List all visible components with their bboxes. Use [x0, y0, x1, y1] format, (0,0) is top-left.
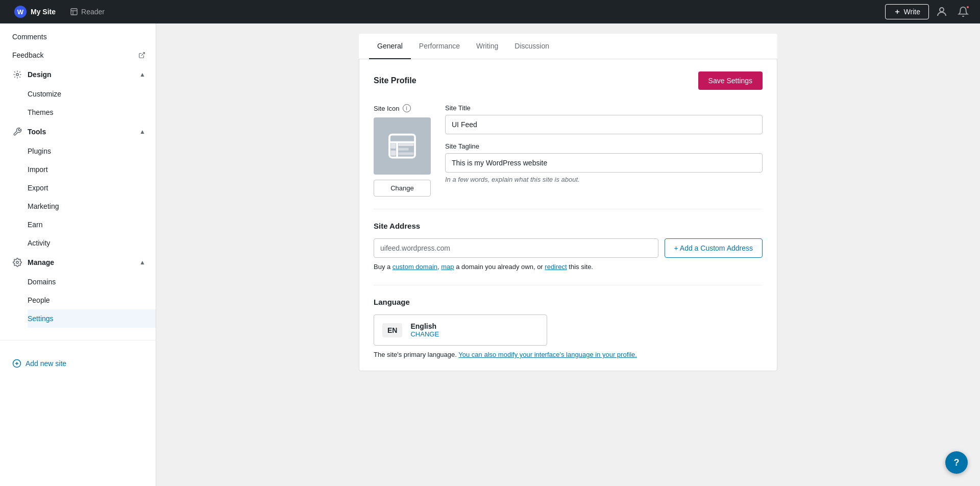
help-button[interactable]: ?: [945, 451, 968, 474]
section-divider-1: [374, 209, 763, 209]
site-address-input[interactable]: [374, 238, 658, 258]
tab-general[interactable]: General: [369, 34, 411, 59]
top-nav: W My Site Reader Write: [0, 0, 980, 23]
card-title: Site Profile: [374, 76, 416, 85]
site-address-section: Site Address + Add a Custom Address Buy …: [374, 222, 763, 271]
site-icon-placeholder: [387, 131, 418, 161]
plus-circle-icon: [12, 359, 21, 368]
site-address-title: Site Address: [374, 222, 763, 230]
wp-logo-icon: W: [14, 6, 27, 18]
sidebar-item-import[interactable]: Import: [28, 160, 156, 179]
language-hint: The site's primary language. You can als…: [374, 351, 763, 358]
people-label: People: [28, 296, 50, 304]
settings-label: Settings: [28, 314, 54, 323]
change-icon-button[interactable]: Change: [374, 180, 431, 197]
redirect-link[interactable]: redirect: [545, 263, 567, 271]
notification-badge: [966, 5, 970, 9]
sidebar-item-activity[interactable]: Activity: [28, 234, 156, 252]
language-change-btn[interactable]: CHANGE: [410, 330, 439, 338]
main-content: General Performance Writing Discussion S…: [156, 23, 980, 486]
sidebar-item-settings[interactable]: Settings: [28, 309, 156, 328]
earn-label: Earn: [28, 221, 43, 229]
reader-icon: [70, 8, 78, 16]
tab-performance[interactable]: Performance: [411, 34, 468, 59]
svg-rect-16: [399, 143, 414, 146]
sidebar-item-comments[interactable]: Comments: [0, 28, 156, 46]
sidebar: Comments Feedback Design ▲ Customize The…: [0, 23, 156, 486]
sidebar-item-plugins[interactable]: Plugins: [28, 142, 156, 160]
sidebar-section-manage[interactable]: Manage ▲: [0, 252, 156, 273]
user-icon: [936, 6, 948, 18]
add-new-site-btn[interactable]: Add new site: [0, 353, 156, 374]
user-avatar-btn[interactable]: [933, 3, 950, 20]
sidebar-item-domains[interactable]: Domains: [28, 273, 156, 291]
site-title-field-group: Site Title: [445, 104, 763, 134]
tab-performance-label: Performance: [419, 42, 460, 50]
language-section: Language EN English CHANGE The site's pr…: [374, 298, 763, 358]
help-icon: ?: [954, 457, 960, 468]
svg-rect-19: [399, 153, 414, 155]
svg-point-7: [16, 74, 19, 76]
tab-general-label: General: [377, 42, 403, 50]
address-row: + Add a Custom Address: [374, 238, 763, 258]
svg-line-6: [141, 53, 144, 56]
notifications-btn[interactable]: [954, 3, 972, 20]
tab-writing[interactable]: Writing: [468, 34, 506, 59]
svg-rect-15: [391, 143, 396, 149]
address-hint: Buy a custom domain, map a domain you al…: [374, 263, 763, 271]
svg-point-5: [940, 8, 944, 12]
sidebar-item-themes[interactable]: Themes: [28, 103, 156, 121]
reader-label: Reader: [81, 8, 105, 16]
site-tagline-field-group: Site Tagline In a few words, explain wha…: [445, 142, 763, 183]
svg-point-8: [16, 261, 19, 264]
tools-sub-menu: Plugins Import Export Marketing Earn Act…: [0, 142, 156, 252]
site-icon-info-btn[interactable]: i: [403, 104, 411, 112]
sidebar-item-marketing[interactable]: Marketing: [28, 197, 156, 215]
tab-discussion[interactable]: Discussion: [506, 34, 557, 59]
tab-writing-label: Writing: [476, 42, 498, 50]
sidebar-divider: [0, 340, 156, 341]
feedback-label: Feedback: [12, 51, 43, 59]
tools-chevron-icon: ▲: [139, 128, 145, 135]
domains-label: Domains: [28, 278, 56, 286]
save-settings-button[interactable]: Save Settings: [698, 71, 763, 90]
add-custom-address-button[interactable]: + Add a Custom Address: [665, 238, 763, 258]
sidebar-section-design[interactable]: Design ▲: [0, 64, 156, 85]
sidebar-item-earn[interactable]: Earn: [28, 215, 156, 234]
card-header: Site Profile Save Settings: [374, 71, 763, 90]
tab-discussion-label: Discussion: [514, 42, 549, 50]
design-icon: [12, 69, 22, 80]
profile-language-link[interactable]: You can also modify your interface's lan…: [458, 351, 637, 358]
brand-label: My Site: [31, 8, 56, 16]
site-icon-title-row: Site Icon i: [374, 104, 763, 197]
custom-domain-link[interactable]: custom domain: [393, 263, 437, 271]
write-label: Write: [904, 8, 920, 16]
sidebar-section-tools[interactable]: Tools ▲: [0, 121, 156, 142]
reader-nav-item[interactable]: Reader: [64, 4, 111, 20]
manage-section-left: Manage: [12, 257, 54, 268]
marketing-label: Marketing: [28, 202, 59, 210]
site-icon-block: Site Icon i: [374, 104, 431, 197]
language-box[interactable]: EN English CHANGE: [374, 314, 547, 346]
add-custom-label: + Add a Custom Address: [674, 244, 753, 252]
site-title-input[interactable]: [445, 115, 763, 134]
site-tagline-input[interactable]: [445, 153, 763, 173]
add-new-site-label: Add new site: [26, 359, 66, 368]
site-icon-label-text: Site Icon: [374, 105, 400, 112]
settings-card: Site Profile Save Settings Site Icon i: [359, 59, 777, 371]
design-sub-menu: Customize Themes: [0, 85, 156, 121]
sidebar-item-people[interactable]: People: [28, 291, 156, 309]
app-body: Comments Feedback Design ▲ Customize The…: [0, 23, 980, 486]
my-site-brand[interactable]: W My Site: [8, 2, 62, 22]
manage-icon: [12, 257, 22, 268]
manage-chevron-icon: ▲: [139, 259, 145, 266]
language-name: English: [410, 322, 439, 330]
sidebar-item-customize[interactable]: Customize: [28, 85, 156, 103]
write-button[interactable]: Write: [885, 4, 929, 19]
sidebar-item-feedback[interactable]: Feedback: [0, 46, 156, 64]
top-nav-right: Write: [885, 3, 972, 20]
svg-rect-0: [71, 9, 77, 15]
map-link[interactable]: map: [441, 263, 454, 271]
sidebar-item-export[interactable]: Export: [28, 179, 156, 197]
manage-sub-menu: Domains People Settings: [0, 273, 156, 328]
